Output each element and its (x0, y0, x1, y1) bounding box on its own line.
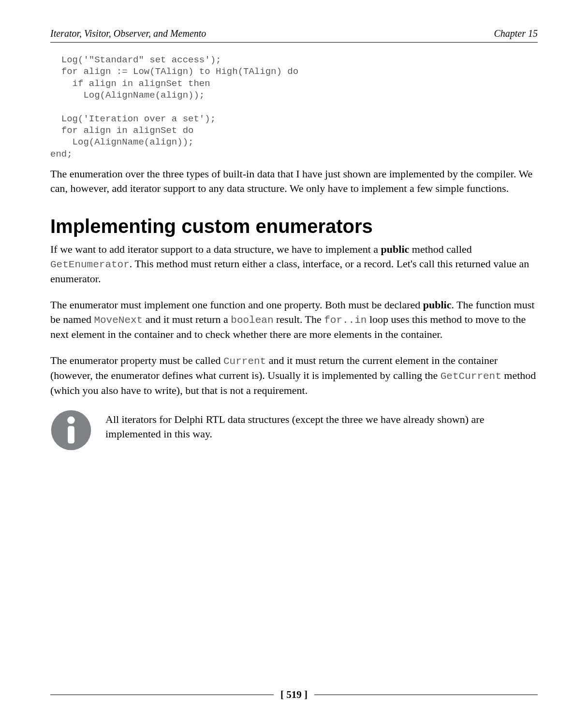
bold-text: public (381, 243, 410, 255)
text: The enumerator must implement one functi… (50, 299, 423, 311)
page-number: [ 519 ] (274, 689, 314, 701)
paragraph-4: The enumerator property must be called C… (50, 353, 538, 398)
inline-code: for..in (324, 315, 367, 326)
text: result. The (274, 313, 324, 325)
svg-point-1 (67, 417, 74, 424)
code-block: Log('"Standard" set access'); for align … (50, 54, 538, 160)
info-note: All iterators for Delphi RTL data struct… (50, 409, 538, 451)
footer-line-right (314, 695, 538, 695)
section-heading: Implementing custom enumerators (50, 216, 538, 237)
page-header: Iterator, Visitor, Observer, and Memento… (50, 28, 538, 43)
svg-rect-2 (68, 426, 74, 443)
text: If we want to add iterator support to a … (50, 243, 381, 255)
header-right: Chapter 15 (494, 28, 538, 39)
paragraph-3: The enumerator must implement one functi… (50, 298, 538, 342)
page: Iterator, Visitor, Observer, and Memento… (0, 0, 588, 725)
inline-code: boolean (231, 315, 273, 326)
inline-code: GetEnumerator (50, 259, 130, 270)
text: method called (409, 243, 472, 255)
note-text: All iterators for Delphi RTL data struct… (105, 409, 538, 441)
text: The enumerator property must be called (50, 354, 223, 366)
page-footer: [ 519 ] (50, 689, 538, 701)
info-icon (50, 409, 92, 451)
paragraph-1: The enumeration over the three types of … (50, 167, 538, 195)
bold-text: public (423, 299, 452, 311)
footer-line-left (50, 695, 274, 695)
text: and it must return a (143, 313, 231, 325)
paragraph-2: If we want to add iterator support to a … (50, 242, 538, 286)
inline-code: Current (223, 356, 266, 367)
inline-code: GetCurrent (441, 371, 501, 382)
inline-code: MoveNext (94, 315, 143, 326)
header-left: Iterator, Visitor, Observer, and Memento (50, 28, 206, 39)
